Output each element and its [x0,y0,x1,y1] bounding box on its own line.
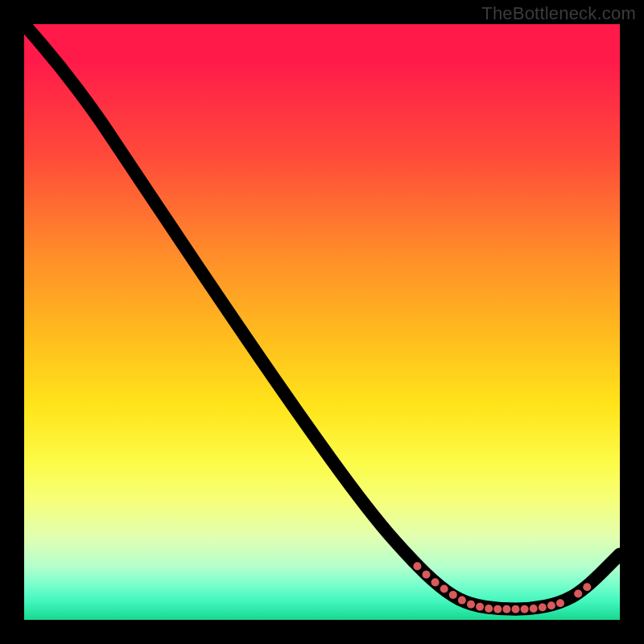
chart-stage: TheBottleneck.com [0,0,644,644]
highlight-dot [458,597,466,605]
highlight-dot [511,605,519,613]
highlight-dot [485,605,493,613]
highlight-dot [521,605,529,613]
highlight-dot [502,605,510,613]
plot-area [24,24,620,620]
highlight-dot [574,589,582,597]
highlight-dot [422,571,430,579]
curve-layer [24,24,620,620]
highlight-dot [556,599,564,607]
highlight-dot [539,603,547,611]
highlight-dot [530,605,538,613]
bottleneck-curve [24,24,620,609]
highlight-dot [440,584,448,592]
highlight-dot [413,562,421,570]
highlight-dot [583,583,591,591]
highlight-dot [493,605,502,613]
highlight-dot [431,578,440,586]
watermark-text: TheBottleneck.com [481,3,636,24]
highlight-dot [449,591,457,599]
highlight-dot [547,601,555,609]
highlight-dot [467,601,475,609]
highlight-dot [476,603,484,611]
